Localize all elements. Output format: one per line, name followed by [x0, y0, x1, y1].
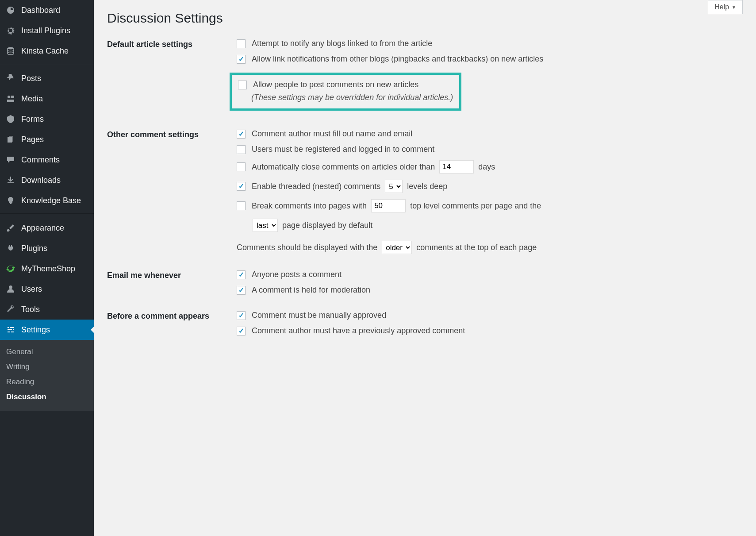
sidebar-item-pages[interactable]: Pages	[0, 129, 94, 150]
sidebar-item-label: Pages	[21, 135, 44, 144]
checkbox-manual-approve[interactable]	[237, 311, 246, 320]
checkbox-auto-close[interactable]	[237, 162, 246, 171]
option-label: Comment must be manually approved	[252, 311, 386, 320]
submenu-item-reading[interactable]: Reading	[0, 374, 94, 389]
submenu-item-general[interactable]: General	[0, 344, 94, 359]
sidebar-item-label: Posts	[21, 74, 41, 83]
submenu-item-discussion[interactable]: Discussion	[0, 389, 94, 405]
sidebar-item-label: Install Plugins	[21, 26, 70, 35]
page-title: Discussion Settings	[107, 11, 743, 26]
comment-icon	[6, 155, 18, 165]
sidebar-item-plugins[interactable]: Plugins	[0, 238, 94, 258]
option-label: Allow people to post comments on new art…	[253, 80, 418, 89]
section-email-me: Email me whenever Anyone posts a comment…	[107, 270, 743, 295]
wrench-icon	[6, 305, 18, 314]
pin-icon	[6, 73, 18, 83]
download-icon	[6, 175, 18, 185]
sidebar-item-settings[interactable]: Settings	[0, 320, 94, 340]
checkbox-prev-approved[interactable]	[237, 327, 246, 335]
comments-per-page-input[interactable]	[371, 199, 406, 212]
sidebar-item-users[interactable]: Users	[0, 279, 94, 299]
sliders-icon	[6, 325, 18, 335]
sidebar-item-label: Plugins	[21, 244, 47, 253]
settings-note: (These settings may be overridden for in…	[251, 93, 453, 102]
option-label: Comment author must fill out name and em…	[252, 129, 412, 139]
sidebar-item-label: Comments	[21, 155, 60, 165]
sidebar-item-tools[interactable]: Tools	[0, 299, 94, 320]
brush-icon	[6, 223, 18, 233]
option-label: A comment is held for moderation	[252, 285, 370, 295]
checkbox-require-registration[interactable]	[237, 145, 246, 154]
option-label: Break comments into pages with	[252, 201, 367, 211]
svg-rect-4	[9, 136, 13, 142]
close-days-input[interactable]	[439, 160, 474, 174]
sidebar-item-downloads[interactable]: Downloads	[0, 170, 94, 190]
submenu-item-writing[interactable]: Writing	[0, 359, 94, 374]
forms-icon	[6, 114, 18, 124]
sidebar-item-label: Downloads	[21, 176, 61, 185]
option-label-suffix: days	[478, 162, 495, 172]
sidebar-item-appearance[interactable]: Appearance	[0, 218, 94, 238]
sidebar-item-dashboard[interactable]: Dashboard	[0, 0, 94, 20]
sidebar-item-label: Dashboard	[21, 6, 60, 15]
highlighted-option: Allow people to post comments on new art…	[230, 73, 461, 111]
sidebar-item-label: Kinsta Cache	[21, 46, 69, 56]
help-tab[interactable]: Help ▼	[708, 0, 743, 14]
sidebar-item-posts[interactable]: Posts	[0, 68, 94, 89]
sidebar-item-label: Knowledge Base	[21, 196, 81, 205]
checkbox-allow-comments[interactable]	[238, 81, 247, 89]
checkbox-threaded[interactable]	[237, 182, 246, 191]
sidebar-item-comments[interactable]: Comments	[0, 150, 94, 170]
checkbox-require-name-email[interactable]	[237, 130, 246, 139]
user-icon	[6, 284, 18, 294]
default-page-select[interactable]: last	[253, 219, 278, 232]
checkbox-allow-pingbacks[interactable]	[237, 55, 246, 64]
plug-icon	[6, 243, 18, 253]
option-label-mid: top level comments per page and the	[410, 201, 541, 211]
option-label-suffix: levels deep	[407, 182, 447, 191]
comment-order-select[interactable]: older	[382, 241, 412, 254]
sidebar-item-kinsta-cache[interactable]: Kinsta Cache	[0, 41, 94, 61]
option-label: Automatically close comments on articles…	[252, 162, 435, 172]
svg-point-5	[9, 285, 12, 289]
sidebar-item-mythemeshop[interactable]: MyThemeShop	[0, 258, 94, 279]
sidebar-item-install-plugins[interactable]: Install Plugins	[0, 20, 94, 41]
option-label: Users must be registered and logged in t…	[252, 145, 434, 154]
sidebar-item-knowledge-base[interactable]: Knowledge Base	[0, 190, 94, 211]
section-heading: Other comment settings	[107, 129, 237, 139]
svg-point-1	[8, 96, 10, 98]
svg-rect-2	[11, 96, 14, 98]
sidebar-item-forms[interactable]: Forms	[0, 109, 94, 129]
help-label: Help	[714, 3, 729, 11]
option-label: Comments should be displayed with the	[237, 243, 377, 252]
option-label: Allow link notifications from other blog…	[252, 54, 543, 64]
media-icon	[6, 94, 18, 104]
checkbox-email-anyone-posts[interactable]	[237, 270, 246, 279]
option-label: Comment author must have a previously ap…	[252, 326, 465, 335]
sidebar-item-label: Appearance	[21, 224, 64, 233]
settings-submenu: General Writing Reading Discussion	[0, 340, 94, 411]
thread-levels-select[interactable]: 5	[385, 180, 403, 193]
sidebar-item-label: Forms	[21, 115, 44, 124]
section-heading: Before a comment appears	[107, 311, 237, 321]
sidebar-item-label: Settings	[21, 325, 50, 335]
caret-down-icon: ▼	[732, 5, 736, 10]
section-other-comment: Other comment settings Comment author mu…	[107, 129, 743, 254]
checkbox-notify-blogs[interactable]	[237, 39, 246, 48]
sidebar-item-media[interactable]: Media	[0, 89, 94, 109]
checkbox-email-held[interactable]	[237, 286, 246, 295]
option-label-suffix: page displayed by default	[282, 221, 372, 230]
admin-sidebar: Dashboard Install Plugins Kinsta Cache P…	[0, 0, 94, 536]
section-heading: Default article settings	[107, 39, 237, 49]
sidebar-separator	[0, 213, 94, 218]
dashboard-icon	[6, 5, 18, 15]
checkbox-paginate[interactable]	[237, 201, 246, 210]
option-label: Attempt to notify any blogs linked to fr…	[252, 39, 432, 48]
sidebar-separator	[0, 64, 94, 68]
sidebar-item-label: Media	[21, 94, 43, 104]
section-before-appears: Before a comment appears Comment must be…	[107, 311, 743, 335]
option-label: Enable threaded (nested) comments	[252, 182, 380, 191]
gear-icon	[6, 26, 18, 35]
section-default-article: Default article settings Attempt to noti…	[107, 39, 743, 113]
refresh-icon	[6, 264, 18, 274]
